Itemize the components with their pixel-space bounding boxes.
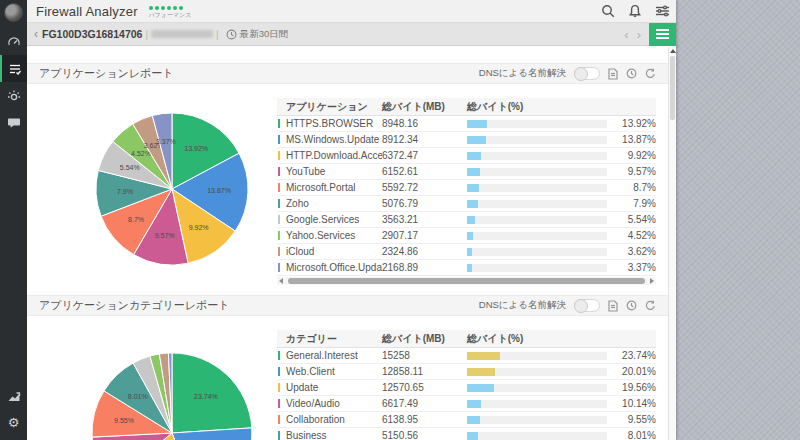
module-menu[interactable]: パフォーマンス	[149, 3, 192, 20]
bell-icon[interactable]	[628, 4, 642, 18]
row-color-bar	[278, 367, 280, 376]
table-row[interactable]: Business5150.568.01%	[277, 428, 656, 440]
prev-chevron-icon[interactable]: ‹	[620, 28, 632, 41]
row-name: HTTP.Download.Accelerator	[286, 150, 382, 161]
row-percent-bar	[467, 264, 607, 272]
topbar: Firewall Analyzer パフォーマンス	[27, 0, 676, 23]
table-row[interactable]: Zoho5076.797.9%	[277, 196, 656, 212]
schedule-clock-icon[interactable]	[626, 68, 637, 79]
menu-button[interactable]	[649, 23, 676, 46]
sidebar-item-reports[interactable]	[0, 55, 27, 82]
column-header-name[interactable]: カテゴリー	[277, 332, 382, 346]
row-name: Update	[286, 382, 382, 393]
row-percent-bar	[467, 248, 607, 256]
row-total-mb: 12858.11	[382, 366, 467, 377]
back-chevron-icon[interactable]: ‹	[34, 28, 38, 40]
table-header: カテゴリー 総バイト(MB) 総バイト(%)	[277, 330, 656, 348]
sidebar: ⚙	[0, 0, 27, 440]
export-file-icon[interactable]	[608, 300, 618, 312]
row-color-bar	[278, 383, 280, 392]
scrollbar-thumb[interactable]	[670, 56, 675, 120]
table-row[interactable]: MS.Windows.Update8912.3413.87%	[277, 132, 656, 148]
table-row[interactable]: Video/Audio6617.4910.14%	[277, 396, 656, 412]
refresh-icon[interactable]	[645, 68, 656, 79]
module-dot	[149, 6, 153, 10]
scroll-left-icon[interactable]	[279, 278, 283, 284]
row-percent-value: 9.57%	[608, 166, 656, 177]
row-name: Zoho	[286, 198, 382, 209]
row-color-bar	[278, 135, 280, 144]
settings-gear-icon: ⚙	[8, 416, 20, 429]
sidebar-item-settings[interactable]: ⚙	[0, 409, 27, 436]
horizontal-scrollbar[interactable]	[277, 277, 656, 285]
report-content: アプリケーションレポート DNSによる名前解決	[27, 47, 668, 440]
schedule-clock-icon[interactable]	[626, 300, 637, 311]
scroll-up-icon[interactable]	[670, 49, 676, 53]
table-row[interactable]: YouTube6152.619.57%	[277, 164, 656, 180]
module-dot	[155, 6, 159, 10]
row-percent-bar	[467, 216, 607, 224]
next-chevron-icon[interactable]: ›	[633, 28, 645, 41]
row-percent-fill	[467, 352, 500, 360]
separator: |	[145, 29, 148, 40]
row-percent-bar	[467, 432, 607, 440]
dns-resolve-toggle[interactable]	[574, 67, 600, 80]
column-header-pct[interactable]: 総バイト(%)	[467, 100, 656, 114]
row-color-bar	[278, 263, 280, 272]
sidebar-item-trend[interactable]	[0, 382, 27, 409]
table-row[interactable]: iCloud2324.863.62%	[277, 244, 656, 260]
table-row[interactable]: Yahoo.Services2907.174.52%	[277, 228, 656, 244]
row-percent-value: 23.74%	[608, 350, 656, 361]
pie-slice-label: 9.55%	[114, 417, 134, 424]
search-icon[interactable]	[601, 4, 615, 18]
row-name: Collaboration	[286, 414, 382, 425]
device-id[interactable]: FG100D3G16814706	[42, 28, 142, 40]
row-color-bar	[278, 247, 280, 256]
row-percent-value: 13.92%	[608, 118, 656, 129]
pie-slice-label: 7.9%	[117, 188, 133, 195]
settings-sliders-icon[interactable]	[655, 4, 670, 18]
sidebar-item-chat[interactable]	[0, 109, 27, 136]
column-header-mb[interactable]: 総バイト(MB)	[382, 332, 467, 346]
time-period[interactable]: 最新30日間	[240, 28, 289, 41]
column-header-name[interactable]: アプリケーション	[277, 100, 382, 114]
row-color-bar	[278, 399, 280, 408]
table-row[interactable]: Microsoft.Portal5592.728.7%	[277, 180, 656, 196]
row-total-mb: 5592.72	[382, 182, 467, 193]
dns-resolve-toggle[interactable]	[574, 299, 600, 312]
refresh-icon[interactable]	[645, 300, 656, 311]
row-percent-value: 9.55%	[608, 414, 656, 425]
scrollbar-thumb[interactable]	[288, 278, 645, 284]
column-header-mb[interactable]: 総バイト(MB)	[382, 100, 467, 114]
toggle-knob	[574, 67, 588, 81]
row-color-bar	[278, 167, 280, 176]
sidebar-item-dashboard[interactable]	[0, 28, 27, 55]
categories-table: カテゴリー 総バイト(MB) 総バイト(%) General.Interest1…	[277, 330, 656, 440]
table-row[interactable]: Microsoft.Office.Update2168.893.37%	[277, 260, 656, 276]
avatar[interactable]	[4, 3, 23, 22]
separator: |	[216, 29, 219, 40]
table-row[interactable]: HTTP.Download.Accelerator6372.479.92%	[277, 148, 656, 164]
export-file-icon[interactable]	[608, 68, 618, 80]
main-area: Firewall Analyzer パフォーマンス ‹ FG100D	[27, 0, 676, 440]
row-name: Yahoo.Services	[286, 230, 382, 241]
pie-slice-label: 4.52%	[131, 150, 151, 157]
table-row[interactable]: HTTPS.BROWSER8948.1613.92%	[277, 116, 656, 132]
row-percent-value: 19.56%	[608, 382, 656, 393]
table-row[interactable]: Google.Services3563.215.54%	[277, 212, 656, 228]
pie-slice-label: 13.92%	[184, 145, 208, 152]
vertical-scrollbar[interactable]	[668, 47, 676, 440]
section-application-report: アプリケーションレポート DNSによる名前解決	[27, 63, 668, 289]
column-header-pct[interactable]: 総バイト(%)	[467, 332, 656, 346]
row-percent-fill	[467, 120, 487, 128]
table-row[interactable]: Web.Client12858.1120.01%	[277, 364, 656, 380]
table-row[interactable]: Update12570.6519.56%	[277, 380, 656, 396]
trend-chart-icon	[7, 389, 21, 403]
table-row[interactable]: Collaboration6138.959.55%	[277, 412, 656, 428]
sidebar-item-alarms[interactable]	[0, 82, 27, 109]
table-row[interactable]: General.Interest1525823.74%	[277, 348, 656, 364]
section-title: アプリケーションレポート	[39, 66, 174, 81]
row-percent-value: 4.52%	[608, 230, 656, 241]
scroll-right-icon[interactable]	[650, 278, 654, 284]
row-total-mb: 15258	[382, 350, 467, 361]
